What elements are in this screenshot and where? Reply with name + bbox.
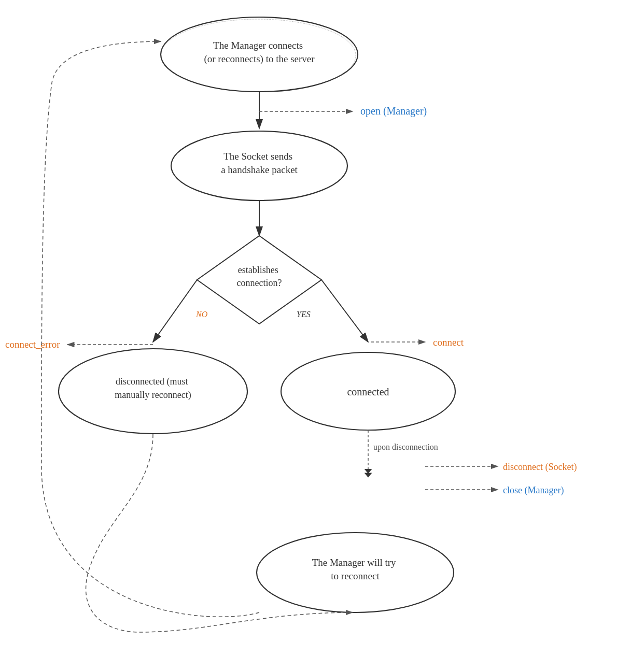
decision-label: establishes connection?: [237, 265, 282, 288]
disconnected-label: disconnected (must manually reconnect): [115, 376, 191, 401]
flowchart-diagram: The Manager connects (or reconnects) to …: [0, 0, 644, 656]
disconnect-socket-label: disconnect (Socket): [503, 462, 577, 473]
no-label: NO: [195, 310, 208, 319]
yes-label: YES: [297, 310, 311, 319]
close-manager-label: close (Manager): [503, 485, 564, 496]
connected-label: connected: [347, 386, 389, 397]
svg-line-8: [153, 280, 197, 342]
connect-error-label: connect_error: [5, 339, 60, 350]
open-manager-label: open (Manager): [360, 105, 427, 117]
start-label: The Manager connects (or reconnects) to …: [204, 40, 315, 65]
upon-disconnection-label: upon disconnection: [373, 443, 438, 452]
connect-label: connect: [433, 337, 464, 348]
socket-sends-label: The Socket sends a handshake packet: [221, 151, 298, 175]
reconnect-label: The Manager will try to reconnect: [312, 557, 399, 581]
svg-line-9: [321, 280, 368, 342]
